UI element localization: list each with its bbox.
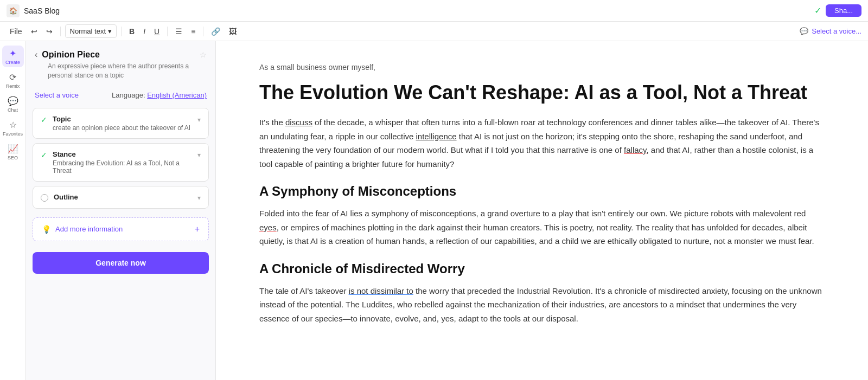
voice-link[interactable]: Select a voice xyxy=(35,91,79,99)
style-select-label: Normal text xyxy=(70,27,106,35)
content-h2-2: A Chronicle of Misdirected Worry xyxy=(259,261,825,276)
chat-icon: 💬 xyxy=(8,96,18,106)
stance-check-icon: ✓ xyxy=(41,151,47,159)
favorites-icon: ☆ xyxy=(9,120,17,130)
content-pre-title: As a small business owner myself, xyxy=(259,63,825,72)
left-panel: ‹ Opinion Piece ☆ An expressive piece wh… xyxy=(26,41,216,380)
eyes-word: eyes xyxy=(259,223,277,232)
stance-content: Stance Embracing the Evolution: AI as a … xyxy=(53,150,192,175)
voice-icon: 💬 xyxy=(800,27,808,35)
generate-button[interactable]: Generate now xyxy=(33,252,209,274)
sidebar-item-seo[interactable]: 📈 SEO xyxy=(2,141,24,163)
status-check-icon: ✓ xyxy=(814,5,821,16)
panel-star-icon[interactable]: ☆ xyxy=(200,50,207,59)
top-bar: 🏠 SaaS Blog ✓ Sha... xyxy=(0,0,868,22)
add-info-icon: 💡 xyxy=(42,225,51,234)
remix-icon: ⟳ xyxy=(9,72,16,82)
panel-title: Opinion Piece xyxy=(42,50,195,60)
numbered-list-button[interactable]: ≡ xyxy=(188,25,199,38)
add-info-plus-icon: + xyxy=(195,224,200,234)
chevron-down-icon: ▾ xyxy=(108,27,112,35)
panel-back-button[interactable]: ‹ xyxy=(35,50,37,60)
add-info-label: Add more information xyxy=(55,225,123,233)
underline-button[interactable]: U xyxy=(151,25,163,38)
outline-content: Outline xyxy=(54,193,192,201)
main-layout: ✦ Create ⟳ Remix 💬 Chat ☆ Favorites 📈 SE… xyxy=(0,41,868,380)
toolbar: File ↩ ↪ Normal text ▾ B I U ☰ ≡ 🔗 🖼 💬 S… xyxy=(0,22,868,41)
style-select[interactable]: Normal text ▾ xyxy=(65,24,117,38)
content-p1: It's the discuss of the decade, a whispe… xyxy=(259,115,825,171)
sidebar-icons: ✦ Create ⟳ Remix 💬 Chat ☆ Favorites 📈 SE… xyxy=(0,41,26,380)
panel-description: An expressive piece where the author pre… xyxy=(26,62,215,87)
panel-header: ‹ Opinion Piece ☆ xyxy=(26,41,215,62)
redo-button[interactable]: ↪ xyxy=(43,25,56,38)
content-h2-1: A Symphony of Misconceptions xyxy=(259,184,825,199)
stance-item[interactable]: ✓ Stance Embracing the Evolution: AI as … xyxy=(33,143,209,182)
topic-check-icon: ✓ xyxy=(41,115,47,124)
topic-value: create an opinion piece about the takeov… xyxy=(53,124,192,132)
app-icon: 🏠 xyxy=(7,4,20,17)
outline-circle-icon xyxy=(41,194,48,202)
toolbar-divider-4 xyxy=(203,27,203,36)
sidebar-item-create[interactable]: ✦ Create xyxy=(2,46,24,67)
language-label: Language: English (American) xyxy=(112,91,207,99)
outline-chevron-icon: ▾ xyxy=(197,194,201,202)
outline-title: Outline xyxy=(54,193,192,201)
topic-chevron-icon: ▾ xyxy=(197,116,201,124)
voice-row: Select a voice Language: English (Americ… xyxy=(26,87,215,104)
form-section: ✓ Topic create an opinion piece about th… xyxy=(26,104,215,213)
app-title: SaaS Blog xyxy=(24,7,810,15)
voice-select-button[interactable]: 💬 Select a voice... xyxy=(800,27,861,35)
content-h1: The Evolution We Can't Reshape: AI as a … xyxy=(259,80,825,105)
link-button[interactable]: 🔗 xyxy=(208,25,224,38)
sidebar-item-favorites[interactable]: ☆ Favorites xyxy=(2,117,24,139)
toolbar-divider-2 xyxy=(121,27,122,36)
toolbar-divider-3 xyxy=(167,27,168,36)
topic-content: Topic create an opinion piece about the … xyxy=(53,115,192,132)
sidebar-item-chat[interactable]: 💬 Chat xyxy=(2,93,24,115)
outline-item[interactable]: Outline ▾ xyxy=(33,186,209,209)
content-p2: Folded into the fear of AI lies a sympho… xyxy=(259,207,825,248)
toolbar-divider-1 xyxy=(60,27,61,36)
stance-chevron-icon: ▾ xyxy=(197,151,201,159)
share-button[interactable]: Sha... xyxy=(826,4,861,17)
is-not-dissimilar-phrase: is not dissimilar to xyxy=(349,286,413,295)
bullet-list-button[interactable]: ☰ xyxy=(172,25,186,38)
seo-icon: 📈 xyxy=(8,144,18,154)
content-p3: The tale of AI's takeover is not dissimi… xyxy=(259,284,825,326)
image-button[interactable]: 🖼 xyxy=(226,25,240,38)
topic-title: Topic xyxy=(53,115,192,123)
italic-button[interactable]: I xyxy=(140,25,149,38)
content-area: As a small business owner myself, The Ev… xyxy=(216,41,868,380)
stance-value: Embracing the Evolution: AI as a Tool, N… xyxy=(53,159,192,175)
add-info-button[interactable]: 💡 Add more information + xyxy=(33,217,209,241)
file-menu[interactable]: File xyxy=(7,25,25,38)
undo-button[interactable]: ↩ xyxy=(28,25,41,38)
intelligence-word: intelligence xyxy=(416,132,457,141)
topic-item[interactable]: ✓ Topic create an opinion piece about th… xyxy=(33,108,209,139)
sidebar-item-remix[interactable]: ⟳ Remix xyxy=(2,69,24,91)
discuss-word: discuss xyxy=(285,118,312,127)
bold-button[interactable]: B xyxy=(126,25,138,38)
language-link[interactable]: English (American) xyxy=(147,91,207,99)
stance-title: Stance xyxy=(53,150,192,158)
fallacy-word: fallacy xyxy=(624,145,646,154)
create-icon: ✦ xyxy=(9,48,16,59)
